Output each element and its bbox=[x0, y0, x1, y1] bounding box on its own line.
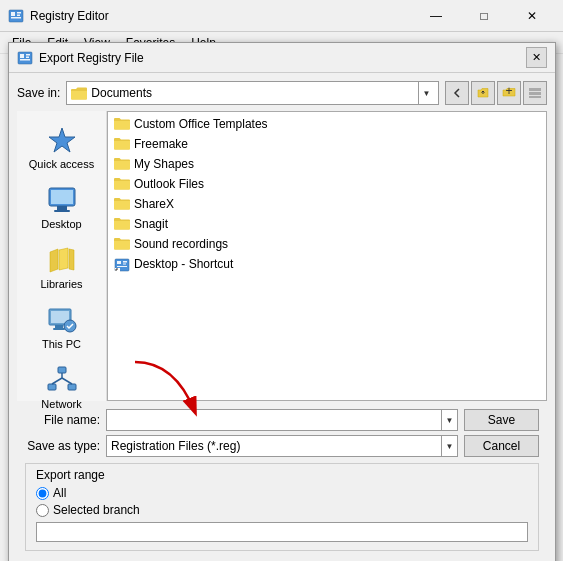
folder-icon bbox=[114, 177, 130, 191]
save-as-type-combo[interactable]: Registration Files (*.reg) ▼ bbox=[106, 435, 458, 457]
list-item[interactable]: Snagit bbox=[110, 214, 544, 234]
libraries-icon bbox=[46, 244, 78, 276]
shortcut-icon bbox=[114, 257, 130, 271]
svg-rect-7 bbox=[26, 54, 30, 56]
branch-input-field[interactable] bbox=[36, 522, 528, 542]
all-radio-row: All bbox=[36, 486, 528, 500]
quick-access-label: Quick access bbox=[29, 158, 94, 170]
list-item[interactable]: Custom Office Templates bbox=[110, 114, 544, 134]
view-menu-button[interactable] bbox=[523, 81, 547, 105]
svg-marker-14 bbox=[49, 128, 75, 152]
desktop-label: Desktop bbox=[41, 218, 81, 230]
svg-rect-21 bbox=[55, 325, 63, 328]
save-as-type-value: Registration Files (*.reg) bbox=[111, 439, 441, 453]
selected-branch-radio-row: Selected branch bbox=[36, 503, 528, 517]
selected-branch-label: Selected branch bbox=[53, 503, 140, 517]
file-item-name: Snagit bbox=[134, 217, 168, 231]
list-item[interactable]: Freemake bbox=[110, 134, 544, 154]
svg-rect-11 bbox=[529, 88, 541, 91]
folder-icon bbox=[114, 237, 130, 251]
filename-row: File name: ▼ Save bbox=[25, 409, 539, 431]
file-list[interactable]: Custom Office Templates Freemake bbox=[107, 111, 547, 401]
svg-rect-18 bbox=[54, 210, 70, 212]
svg-rect-6 bbox=[20, 54, 24, 58]
network-icon bbox=[46, 364, 78, 396]
file-item-name: My Shapes bbox=[134, 157, 194, 171]
save-in-row: Save in: Documents ▼ bbox=[17, 81, 547, 105]
list-item[interactable]: Outlook Files bbox=[110, 174, 544, 194]
folder-icon bbox=[71, 87, 87, 100]
sidebar: Quick access Desktop bbox=[17, 111, 107, 401]
svg-rect-2 bbox=[17, 12, 21, 14]
title-bar-controls: ― □ ✕ bbox=[413, 1, 555, 31]
toolbar-buttons: + bbox=[445, 81, 547, 105]
file-item-name: Freemake bbox=[134, 137, 188, 151]
libraries-label: Libraries bbox=[40, 278, 82, 290]
export-range-section: Export range All Selected branch bbox=[25, 463, 539, 551]
dialog-title-bar: Export Registry File ✕ bbox=[9, 43, 555, 73]
file-item-name: ShareX bbox=[134, 197, 174, 211]
folder-icon bbox=[114, 157, 130, 171]
minimize-button[interactable]: ― bbox=[413, 1, 459, 31]
svg-rect-16 bbox=[51, 190, 73, 204]
filetype-dropdown-arrow[interactable]: ▼ bbox=[441, 436, 457, 456]
svg-rect-12 bbox=[529, 92, 541, 95]
file-item-name: Custom Office Templates bbox=[134, 117, 268, 131]
dialog-icon bbox=[17, 50, 33, 66]
folder-icon bbox=[114, 137, 130, 151]
dialog-content: Quick access Desktop bbox=[17, 111, 547, 401]
svg-rect-22 bbox=[53, 328, 65, 330]
registry-editor-icon bbox=[8, 8, 24, 24]
desktop-icon bbox=[46, 184, 78, 216]
folder-icon bbox=[114, 217, 130, 231]
dialog-title-text: Export Registry File bbox=[39, 51, 526, 65]
close-window-button[interactable]: ✕ bbox=[509, 1, 555, 31]
list-item[interactable]: ShareX bbox=[110, 194, 544, 214]
svg-rect-9 bbox=[20, 59, 30, 61]
selected-branch-radio[interactable] bbox=[36, 504, 49, 517]
sidebar-item-desktop[interactable]: Desktop bbox=[22, 179, 102, 235]
list-item[interactable]: My Shapes bbox=[110, 154, 544, 174]
sidebar-item-this-pc[interactable]: This PC bbox=[22, 299, 102, 355]
filename-label: File name: bbox=[25, 413, 100, 427]
list-item[interactable]: Sound recordings bbox=[110, 234, 544, 254]
quick-access-icon bbox=[46, 124, 78, 156]
title-bar: Registry Editor ― □ ✕ bbox=[0, 0, 563, 32]
svg-rect-28 bbox=[117, 261, 121, 264]
save-in-combo[interactable]: Documents ▼ bbox=[66, 81, 439, 105]
svg-rect-30 bbox=[123, 264, 126, 265]
save-in-value: Documents bbox=[91, 86, 418, 100]
sidebar-item-libraries[interactable]: Libraries bbox=[22, 239, 102, 295]
navigate-back-button[interactable] bbox=[445, 81, 469, 105]
save-in-dropdown-arrow[interactable]: ▼ bbox=[418, 82, 434, 104]
cancel-button[interactable]: Cancel bbox=[464, 435, 539, 457]
filetype-row: Save as type: Registration Files (*.reg)… bbox=[25, 435, 539, 457]
sidebar-item-quick-access[interactable]: Quick access bbox=[22, 119, 102, 175]
svg-text:+: + bbox=[505, 86, 512, 98]
up-folder-button[interactable] bbox=[471, 81, 495, 105]
all-radio[interactable] bbox=[36, 487, 49, 500]
svg-rect-17 bbox=[57, 206, 67, 210]
dialog-close-button[interactable]: ✕ bbox=[526, 47, 547, 68]
svg-rect-4 bbox=[11, 17, 21, 19]
list-item[interactable]: Desktop - Shortcut bbox=[110, 254, 544, 274]
filename-input-container[interactable]: ▼ bbox=[106, 409, 458, 431]
filename-dropdown-arrow[interactable]: ▼ bbox=[441, 410, 457, 430]
svg-rect-24 bbox=[58, 367, 66, 373]
svg-rect-13 bbox=[529, 96, 541, 98]
export-registry-dialog: Export Registry File ✕ Save in: Document… bbox=[8, 42, 556, 561]
new-folder-button[interactable]: + bbox=[497, 81, 521, 105]
svg-rect-3 bbox=[17, 14, 20, 16]
this-pc-icon bbox=[46, 304, 78, 336]
save-as-type-label: Save as type: bbox=[25, 439, 100, 453]
bottom-section: File name: ▼ Save Save as type: Registra… bbox=[17, 401, 547, 463]
filename-field[interactable] bbox=[109, 413, 441, 427]
save-in-label: Save in: bbox=[17, 86, 60, 100]
this-pc-label: This PC bbox=[42, 338, 81, 350]
maximize-button[interactable]: □ bbox=[461, 1, 507, 31]
dialog-body: Save in: Documents ▼ bbox=[9, 73, 555, 561]
svg-rect-8 bbox=[26, 56, 29, 58]
file-item-name: Sound recordings bbox=[134, 237, 228, 251]
save-button[interactable]: Save bbox=[464, 409, 539, 431]
svg-rect-25 bbox=[48, 384, 56, 390]
